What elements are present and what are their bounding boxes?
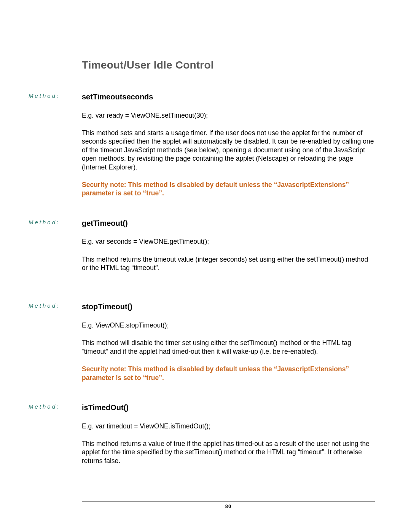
method-example: E.g. var ready = ViewONE.setTimeout(30); [82,111,375,120]
method-body: getTimeout() E.g. var seconds = ViewONE.… [82,219,375,281]
method-example: E.g. ViewONE.stopTimeout(); [82,321,375,329]
method-block-istimedout: Method: isTimedOut() E.g. var timedout =… [29,403,375,474]
method-body: isTimedOut() E.g. var timedout = ViewONE… [82,403,375,474]
security-note: Security note: This method is disabled b… [82,181,375,198]
section-title: Timeout/User Idle Control [82,59,375,71]
method-description: This method will disable the timer set u… [82,339,375,356]
method-description: This method returns a value of true if t… [82,439,375,465]
footer-divider [82,502,375,502]
method-body: setTimeoutseconds E.g. var ready = ViewO… [82,92,375,198]
page-number: 80 [82,503,375,509]
method-example: E.g. var timedout = ViewONE.isTimedOut()… [82,422,375,430]
method-example: E.g. var seconds = ViewONE.getTimeout(); [82,237,375,246]
method-label: Method: [29,92,82,99]
page-footer: 80 [82,502,375,509]
page: Timeout/User Idle Control Method: setTim… [0,0,411,532]
method-block-settimeout: Method: setTimeoutseconds E.g. var ready… [29,92,375,198]
method-description: This method returns the timeout value (i… [82,255,375,272]
method-label: Method: [29,302,82,309]
method-label: Method: [29,219,82,225]
method-name: setTimeoutseconds [82,92,375,102]
method-label: Method: [29,403,82,410]
method-block-stoptimeout: Method: stopTimeout() E.g. ViewONE.stopT… [29,302,375,382]
method-name: isTimedOut() [82,403,375,413]
method-description: This method sets and starts a usage time… [82,129,375,171]
method-body: stopTimeout() E.g. ViewONE.stopTimeout()… [82,302,375,382]
method-name: stopTimeout() [82,302,375,312]
security-note: Security note: This method is disabled b… [82,365,375,382]
method-name: getTimeout() [82,219,375,228]
method-block-gettimeout: Method: getTimeout() E.g. var seconds = … [29,219,375,281]
